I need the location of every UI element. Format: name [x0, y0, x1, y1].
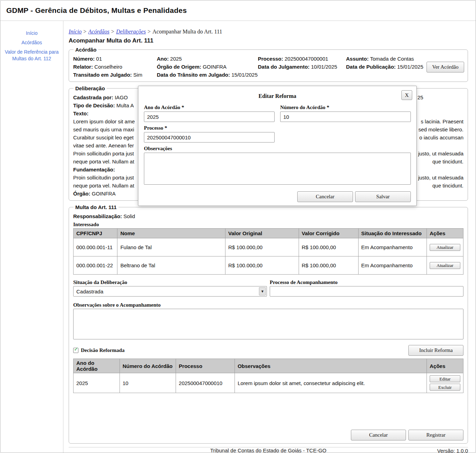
processo-acompanhamento-label: Processo de Acompanhamento [270, 279, 463, 285]
cell-valor-original: R$ 100.000,00 [225, 238, 299, 256]
breadcrumb-acordaos[interactable]: Acórdãos [88, 29, 109, 34]
texto-line-left: neque porta vel. Nullam at [73, 158, 134, 166]
excluir-button[interactable]: Excluir [430, 384, 460, 391]
texto-line-right: sed molestie libero. [419, 125, 463, 133]
app-header: GDMP - Gerência de Débitos, Multas e Pen… [0, 0, 476, 21]
cell-numero: 10 [120, 373, 176, 393]
processo-input[interactable] [144, 132, 275, 143]
app-title: GDMP - Gerência de Débitos, Multas e Pen… [6, 6, 187, 15]
cell-valor-original: R$ 100.000,00 [225, 256, 299, 275]
col-nome: Nome [117, 229, 225, 238]
processo-label: Processo * [144, 125, 275, 131]
cancelar-button[interactable]: Cancelar [351, 430, 406, 440]
check-icon: ✓ [74, 347, 78, 352]
editar-button[interactable]: Editar [430, 375, 460, 382]
acordao-fields: Número: 01 Ano: 2025 Processo: 202500047… [73, 55, 463, 79]
col-numero-acordao: Número do Acórdão [120, 359, 176, 373]
modal-form: Ano do Acórdão * Número do Acórdão * Pro… [144, 105, 411, 188]
deliberacao-form-row: Situação da Deliberação Cadastrada ▼ Pro… [73, 279, 463, 297]
chevron-down-icon: ▼ [259, 287, 266, 295]
processo-acompanhamento-input[interactable] [270, 286, 463, 297]
field-data-transito: Data do Trânsito em Julgado: 15/01/2025 [157, 71, 463, 79]
breadcrumb-deliberacoes[interactable]: Deliberações [116, 29, 146, 34]
observacoes-textarea[interactable] [144, 153, 411, 185]
app-footer: Tribunal de Contas do Estado de Goiás - … [69, 447, 468, 453]
atualizar-button[interactable]: Atualizar [430, 244, 460, 251]
interessados-table: CPF/CNPJ Nome Valor Original Valor Corri… [73, 228, 463, 275]
col-observacoes: Observações [235, 359, 427, 373]
reformas-table: Ano do Acórdão Número do Acórdão Process… [73, 359, 463, 393]
cell-valor-corrigido: R$ 100.000,00 [299, 238, 358, 256]
acordao-legend: Acórdão [74, 47, 98, 53]
page-title: Acompanhar Multa do Art. 111 [69, 37, 468, 44]
texto-line-left: Lorem ipsum dolor sit ame [73, 117, 135, 125]
breadcrumb-inicio[interactable]: Início [69, 29, 82, 34]
sidebar-item-inicio[interactable]: Início [0, 30, 63, 37]
processo-field: Processo * [144, 125, 275, 143]
texto-line-right: o iaculis accumsan [419, 133, 463, 141]
cell-valor-corrigido: R$ 100.000,00 [299, 256, 358, 275]
field-label: Ano: [157, 56, 169, 62]
footer-version: Versão: 1.0.0 [437, 447, 468, 453]
field-label: Assunto: [346, 56, 369, 62]
modal-salvar-button[interactable]: Salvar [355, 191, 411, 202]
field-label: Data do Julgamento: [258, 64, 309, 70]
numero-acordao-input[interactable] [280, 112, 411, 122]
col-ano-acordao: Ano do Acórdão [74, 359, 120, 373]
field-value: 15/01/2025 [231, 72, 258, 78]
texto-line-left: vitae sed ante. Aenean fer [73, 141, 134, 149]
field-transitado: Transitado em Julgado: Sim [73, 71, 157, 79]
field-orgao-origem: Órgão de Origem: GOINFRA [157, 63, 258, 71]
field-relator: Relator: Conselheiro [73, 63, 157, 71]
sidebar-item-acordaos[interactable]: Acórdãos [0, 39, 63, 46]
covered-text-fragment: 25 [417, 93, 423, 101]
field-label: Órgão: [73, 191, 90, 197]
ano-acordao-field: Ano do Acórdão * [144, 105, 275, 122]
fundamentacao-line-left: neque porta vel. Nullam at [73, 182, 134, 190]
acordao-fieldset: Acórdão Número: 01 Ano: 2025 Processo: 2… [69, 47, 468, 82]
field-value: 202500047000001 [285, 56, 328, 62]
field-value: 2025 [170, 56, 182, 62]
texto-line-left: sed mauris quis urna maxi [73, 125, 134, 133]
fundamentacao-line-left: Proin sollicitudin porta just [73, 174, 134, 182]
table-row: 000.000.001-11 Fulano de Tal R$ 100.000,… [74, 238, 463, 256]
field-value: 15/01/2025 [397, 64, 423, 70]
decisao-reformada-checkbox[interactable]: ✓ [73, 348, 78, 353]
observacoes-acompanhamento-textarea[interactable] [73, 309, 463, 339]
breadcrumb-separator: > [147, 29, 151, 34]
ver-acordao-button[interactable]: Ver Acórdão [427, 62, 464, 72]
texto-line-left: Proin sollicitudin porta just [73, 149, 134, 158]
numero-acordao-label: Número do Acórdão * [280, 105, 411, 110]
field-value: GOINFRA [203, 64, 227, 70]
modal-title: Editar Reforma [144, 93, 411, 99]
observacoes-acompanhamento-label: Observações sobre o Acompanhamento [73, 302, 463, 308]
field-value: IAGO [115, 94, 128, 100]
sidebar-item-valor-referencia[interactable]: Valor de Referência para Multas do Art. … [0, 49, 63, 62]
cell-acoes: Atualizar [427, 238, 463, 256]
modal-cancelar-button[interactable]: Cancelar [297, 191, 353, 202]
field-label: Número: [73, 56, 95, 62]
registrar-button[interactable]: Registrar [408, 430, 463, 440]
field-value: Solid [123, 213, 135, 219]
situacao-deliberacao-select[interactable]: Cadastrada ▼ [73, 286, 267, 297]
field-processo: Processo: 202500047000001 [258, 55, 346, 63]
field-label: Tipo de Decisão: [73, 102, 115, 108]
breadcrumb-separator: > [111, 29, 114, 34]
editar-reforma-modal: X Editar Reforma Ano do Acórdão * Número… [138, 86, 417, 206]
breadcrumb: Início>Acórdãos>Deliberações>Acompanhar … [69, 29, 468, 35]
field-value: Multa A [116, 102, 134, 108]
close-button[interactable]: X [401, 90, 412, 100]
col-cpf-cnpj: CPF/CNPJ [74, 229, 117, 238]
field-label: Texto: [73, 110, 89, 116]
atualizar-button[interactable]: Atualizar [430, 262, 460, 269]
cell-ano: 2025 [74, 373, 120, 393]
observacoes-acompanhamento-field: Observações sobre o Acompanhamento [73, 302, 463, 339]
table-header-row: CPF/CNPJ Nome Valor Original Valor Corri… [74, 229, 463, 238]
cell-situacao: Em Acompanhamento [358, 256, 427, 275]
col-acoes: Ações [427, 359, 463, 373]
incluir-reforma-button[interactable]: Incluir Reforma [408, 345, 463, 356]
cell-cpf-cnpj: 000.000.001-22 [74, 256, 117, 275]
field-label: Cadastrada por: [73, 94, 113, 100]
multa-fieldset: Multa do Art. 111 Responsabilização: Sol… [69, 204, 468, 444]
ano-acordao-input[interactable] [144, 112, 275, 122]
